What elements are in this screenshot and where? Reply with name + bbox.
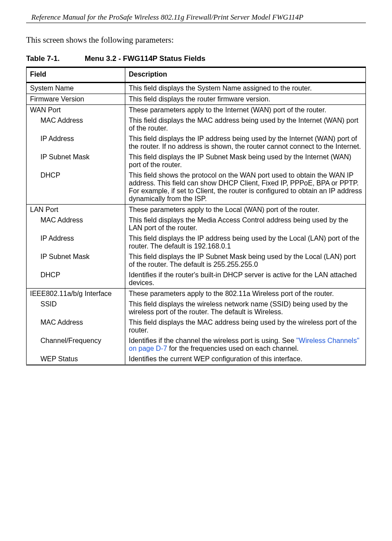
field-desc: This field displays the IP address being… xyxy=(125,134,366,152)
field-name: IP Subnet Mask xyxy=(27,152,125,170)
table-row: Channel/Frequency Identifies if the chan… xyxy=(27,336,366,354)
header-description: Description xyxy=(125,67,366,83)
field-name: IP Address xyxy=(27,134,125,152)
field-desc: This field displays the Media Access Con… xyxy=(125,215,366,233)
field-name: IEEE802.11a/b/g Interface xyxy=(27,289,125,299)
table-row: System Name This field displays the Syst… xyxy=(27,83,366,94)
table-row: Firmware Version This field displays the… xyxy=(27,94,366,105)
field-name: MAC Address xyxy=(27,215,125,233)
table-row: IP Subnet Mask This field displays the I… xyxy=(27,252,366,270)
field-desc: Identifies the current WEP configuration… xyxy=(125,354,366,365)
field-name: WEP Status xyxy=(27,354,125,365)
field-name: MAC Address xyxy=(27,317,125,336)
table-row: MAC Address This field displays the Medi… xyxy=(27,215,366,233)
field-name: WAN Port xyxy=(27,105,125,116)
field-desc: This field displays the MAC address bein… xyxy=(125,317,366,336)
field-desc: This field displays the System Name assi… xyxy=(125,83,366,94)
table-row: DHCP This field shows the protocol on th… xyxy=(27,170,366,205)
field-name: IP Subnet Mask xyxy=(27,252,125,270)
field-desc: These parameters apply to the Local (WAN… xyxy=(125,205,366,215)
field-desc: This field displays the MAC address bein… xyxy=(125,115,366,134)
table-row: WAN Port These parameters apply to the I… xyxy=(27,105,366,116)
field-name: DHCP xyxy=(27,170,125,205)
field-desc: Identifies if the router's built-in DHCP… xyxy=(125,270,366,289)
field-desc: This field shows the protocol on the WAN… xyxy=(125,170,366,205)
field-desc: These parameters apply to the Internet (… xyxy=(125,105,366,116)
field-desc: This field displays the wireless network… xyxy=(125,299,366,317)
field-desc: This field displays the IP address being… xyxy=(125,233,366,252)
field-name: MAC Address xyxy=(27,115,125,134)
table-row: LAN Port These parameters apply to the L… xyxy=(27,205,366,215)
running-header: Reference Manual for the ProSafe Wireles… xyxy=(26,0,366,23)
table-row: SSID This field displays the wireless ne… xyxy=(27,299,366,317)
field-name: LAN Port xyxy=(27,205,125,215)
table-number: Table 7-1. xyxy=(26,54,83,63)
table-row: IP Address This field displays the IP ad… xyxy=(27,233,366,252)
field-desc: Identifies if the channel the wireless p… xyxy=(125,336,366,354)
field-desc: This field displays the router firmware … xyxy=(125,94,366,105)
table-caption: Table 7-1. Menu 3.2 - FWG114P Status Fie… xyxy=(26,54,366,63)
table-row: MAC Address This field displays the MAC … xyxy=(27,317,366,336)
table-row: DHCP Identifies if the router's built-in… xyxy=(27,270,366,289)
field-name: SSID xyxy=(27,299,125,317)
table-title: Menu 3.2 - FWG114P Status Fields xyxy=(85,54,205,63)
field-name: IP Address xyxy=(27,233,125,252)
table-row: WEP Status Identifies the current WEP co… xyxy=(27,354,366,365)
table-row: MAC Address This field displays the MAC … xyxy=(27,115,366,134)
intro-text: This screen shows the following paramete… xyxy=(26,35,366,45)
field-name: DHCP xyxy=(27,270,125,289)
field-name: Firmware Version xyxy=(27,94,125,105)
table-row: IP Address This field displays the IP ad… xyxy=(27,134,366,152)
field-name: System Name xyxy=(27,83,125,94)
field-desc: This field displays the IP Subnet Mask b… xyxy=(125,152,366,170)
status-fields-table: Field Description System Name This field… xyxy=(26,67,366,366)
table-header-row: Field Description xyxy=(27,67,366,83)
field-desc: These parameters apply to the 802.11a Wi… xyxy=(125,289,366,299)
field-desc: This field displays the IP Subnet Mask b… xyxy=(125,252,366,270)
field-name: Channel/Frequency xyxy=(27,336,125,354)
header-field: Field xyxy=(27,67,125,83)
table-row: IEEE802.11a/b/g Interface These paramete… xyxy=(27,289,366,299)
table-row: IP Subnet Mask This field displays the I… xyxy=(27,152,366,170)
